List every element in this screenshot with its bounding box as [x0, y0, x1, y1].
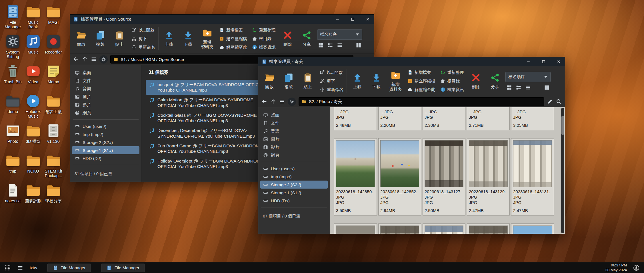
- file-cell[interactable]: [378, 223, 421, 234]
- desktop-icon-holodex-music[interactable]: Holodex Music: [23, 93, 43, 122]
- list-view-button[interactable]: [525, 85, 531, 90]
- file-cell[interactable]: …JPGJPG2.30MB: [423, 107, 465, 130]
- rename-button[interactable]: 重新命名: [320, 86, 343, 94]
- sidebar-item-tmp-drive[interactable]: tmp (tmp:/): [72, 130, 139, 138]
- sidebar-item-music[interactable]: 音樂: [260, 127, 328, 135]
- sidebar-item-documents[interactable]: 文件: [72, 77, 139, 85]
- cut-button[interactable]: 剪下: [131, 35, 155, 43]
- path-field[interactable]: S2: / Photo / 奇美: [299, 97, 544, 106]
- download-button[interactable]: 下載: [367, 68, 385, 94]
- desktop-icon-trash-bin[interactable]: Trash Bin: [3, 63, 23, 93]
- sidebar-item-documents[interactable]: 文件: [260, 119, 328, 127]
- share-button[interactable]: 分享: [298, 25, 316, 52]
- file-cell[interactable]: …JPGJPG3.25MB: [511, 107, 554, 130]
- cut-button[interactable]: 剪下: [320, 77, 343, 85]
- desktop-icon-school-share[interactable]: 學校分享: [43, 182, 63, 212]
- sidebar-item-user-drive[interactable]: User (user:/): [260, 165, 328, 173]
- file-cell[interactable]: 20230618_143131.JPGJPG2.47MB: [511, 138, 554, 215]
- new-file-button[interactable]: 新增檔案: [407, 69, 435, 76]
- paste-button[interactable]: 貼上: [111, 25, 128, 52]
- sidebar-item-videos[interactable]: 影片: [72, 101, 139, 109]
- copy-button[interactable]: 複製: [280, 68, 297, 94]
- search-button[interactable]: [556, 98, 562, 105]
- column-view-button[interactable]: [356, 42, 361, 48]
- sidebar-item-hdd[interactable]: HDD (D:/): [260, 197, 328, 205]
- settings-button[interactable]: [288, 98, 296, 106]
- maximize-button[interactable]: [346, 15, 359, 24]
- file-cell[interactable]: …JPGJPG2.71MB: [467, 107, 510, 130]
- sidebar-item-user-drive[interactable]: User (user:/): [72, 122, 139, 130]
- file-cell[interactable]: [511, 223, 554, 234]
- desktop-icon-3d-model[interactable]: 3D 模型: [23, 122, 43, 152]
- create-archive-button[interactable]: 建立壓縮檔: [407, 77, 435, 85]
- clock[interactable]: 06:37 PM 30 May 2024: [605, 263, 627, 273]
- grid-view-button[interactable]: [318, 42, 324, 48]
- back-button[interactable]: [73, 56, 79, 62]
- minimize-button[interactable]: [522, 57, 535, 66]
- sidebar-item-web[interactable]: 網頁: [260, 151, 328, 159]
- desktop-icon-stem-kit[interactable]: STEM Kit Packag...: [43, 152, 63, 182]
- sidebar-item-tmp-drive[interactable]: tmp (tmp:/): [260, 173, 328, 181]
- create-archive-button[interactable]: 建立壓縮檔: [219, 35, 247, 43]
- sidebar-item-hdd[interactable]: HDD (D:/): [72, 154, 139, 162]
- desktop-icon-music[interactable]: Music: [23, 33, 43, 63]
- file-info-button[interactable]: 檔案資訊: [440, 86, 464, 94]
- file-cell[interactable]: 20230618_142850.JPGJPG3.50MB: [334, 138, 377, 215]
- sidebar-item-pictures[interactable]: 圖片: [260, 135, 328, 143]
- sidebar-item-storage-2[interactable]: Storage 2 (S2:/): [260, 181, 328, 189]
- root-button[interactable]: 根目錄: [252, 35, 276, 43]
- file-info-button[interactable]: 檔案資訊: [252, 43, 276, 51]
- upload-button[interactable]: 上載: [348, 68, 366, 94]
- sidebar-item-web[interactable]: 網頁: [72, 109, 139, 117]
- taskbar-menu-button[interactable]: [17, 265, 23, 271]
- desktop-icon-maker-factory[interactable]: 創客工廠: [43, 93, 63, 122]
- desktop-icon-photo[interactable]: Photo: [3, 122, 23, 152]
- copy-button[interactable]: 複製: [91, 25, 109, 52]
- close-button[interactable]: [361, 15, 374, 24]
- desktop-icon-ncku[interactable]: NCKU: [23, 152, 43, 182]
- new-folder-button[interactable]: 新增 資料夾: [387, 68, 404, 94]
- detail-view-button[interactable]: [516, 85, 521, 90]
- extract-here-button[interactable]: 解壓縮至此: [407, 86, 435, 94]
- open-with-button[interactable]: 以...開啟: [320, 69, 343, 76]
- open-button[interactable]: 開啟: [72, 25, 90, 52]
- desktop-icon-magi[interactable]: MAGI: [43, 3, 63, 33]
- extract-here-button[interactable]: 解壓縮至此: [219, 43, 247, 51]
- root-button[interactable]: 根目錄: [440, 77, 464, 85]
- menu-button[interactable]: [91, 56, 97, 62]
- scrollbar-thumb[interactable]: [561, 116, 564, 135]
- sidebar-item-pictures[interactable]: 圖片: [72, 93, 139, 101]
- app-launcher-button[interactable]: [5, 265, 11, 271]
- grid-view-button[interactable]: [506, 85, 512, 90]
- up-button[interactable]: [270, 98, 276, 105]
- minimize-button[interactable]: [331, 15, 344, 24]
- paste-button[interactable]: 貼上: [299, 68, 317, 94]
- list-view-button[interactable]: [337, 42, 343, 48]
- title-bar[interactable]: 檔案管理員 - 奇美: [258, 57, 565, 66]
- taskbar-app-file-manager-2[interactable]: File Manager: [101, 264, 145, 272]
- scrollbar[interactable]: [561, 108, 564, 233]
- sidebar-item-desktop[interactable]: 桌面: [260, 111, 328, 119]
- delete-button[interactable]: 刪除: [467, 68, 485, 94]
- sidebar-item-storage-1[interactable]: Storage 1 (S1:/): [260, 189, 328, 197]
- sidebar-item-storage-2[interactable]: Storage 2 (S2:/): [72, 138, 139, 146]
- desktop-icon-demo[interactable]: demo: [3, 93, 23, 122]
- desktop-icon-videa[interactable]: Videa: [23, 63, 43, 93]
- open-with-button[interactable]: 以...開啟: [131, 26, 155, 34]
- file-cell[interactable]: 20230618_143129.JPGJPG2.47MB: [467, 138, 510, 215]
- desktop-icon-file-manager[interactable]: File Manager: [3, 3, 23, 33]
- sidebar-item-videos[interactable]: 影片: [260, 143, 328, 151]
- close-button[interactable]: [552, 57, 565, 66]
- desktop-icon-music-bank[interactable]: Music Bank: [23, 3, 43, 33]
- maximize-button[interactable]: [537, 57, 550, 66]
- refresh-button[interactable]: 重新整理: [440, 69, 464, 76]
- rename-button[interactable]: 重新命名: [131, 43, 155, 51]
- file-cell[interactable]: …JPGJPG2.20MB: [378, 107, 421, 130]
- settings-button[interactable]: [99, 55, 108, 64]
- desktop-icon-v1130[interactable]: v1.130: [43, 122, 63, 152]
- file-cell[interactable]: [334, 223, 377, 234]
- open-button[interactable]: 開啟: [261, 68, 278, 94]
- file-cell[interactable]: [423, 223, 465, 234]
- new-folder-button[interactable]: 新增 資料夾: [198, 25, 216, 52]
- taskbar-app-file-manager-1[interactable]: File Manager: [47, 264, 91, 272]
